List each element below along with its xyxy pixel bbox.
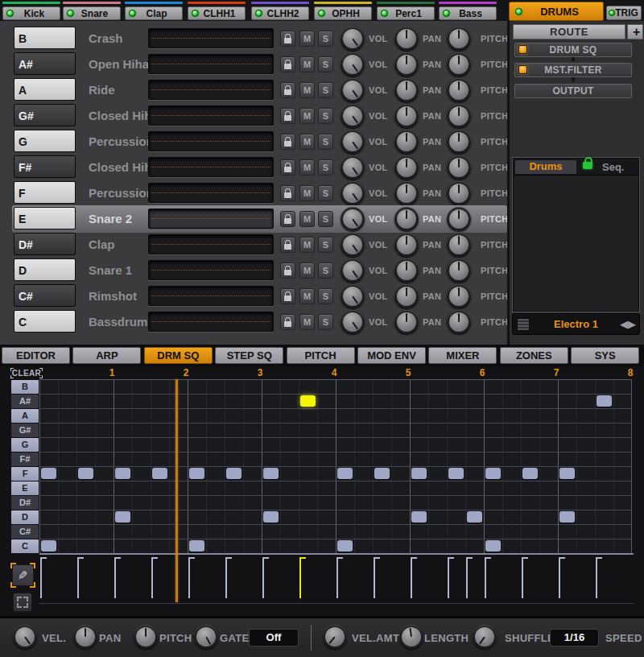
- pad-key-e[interactable]: E: [14, 207, 76, 229]
- pad-solo-button[interactable]: S: [318, 82, 333, 98]
- pad-pitch-knob[interactable]: [447, 130, 471, 154]
- pad-lock-button[interactable]: [280, 108, 295, 124]
- velocity-stem[interactable]: [448, 557, 449, 598]
- pad-pan-knob[interactable]: [394, 78, 419, 102]
- seq-note[interactable]: [189, 540, 204, 552]
- tab-button[interactable]: Snare: [63, 6, 121, 20]
- pad-vol-knob[interactable]: [341, 104, 365, 128]
- pad-key-as[interactable]: A#: [14, 52, 76, 75]
- pad-vol-knob[interactable]: [341, 78, 365, 102]
- bar-velamt-knob[interactable]: [323, 625, 347, 649]
- sample-waveform-display[interactable]: [148, 234, 274, 254]
- pad-mute-button[interactable]: M: [299, 185, 315, 201]
- pad-vol-knob[interactable]: [341, 233, 365, 257]
- tab-button[interactable]: CLHH1: [188, 6, 246, 20]
- tab-button[interactable]: Perc1: [377, 6, 435, 20]
- pad-key-c[interactable]: C: [14, 310, 76, 333]
- pad-pitch-knob[interactable]: [447, 310, 471, 334]
- seq-note[interactable]: [115, 511, 130, 523]
- bar-pan-knob[interactable]: [73, 625, 97, 649]
- pad-solo-button[interactable]: S: [318, 314, 333, 330]
- seq-note[interactable]: [522, 468, 538, 479]
- select-tool-button[interactable]: [13, 593, 32, 612]
- velocity-stem[interactable]: [559, 557, 560, 598]
- tab-perc1[interactable]: Perc1: [377, 2, 435, 21]
- pad-mute-button[interactable]: M: [299, 314, 315, 330]
- mode-tab-pitch[interactable]: PITCH: [287, 347, 355, 364]
- pad-key-a[interactable]: A: [14, 78, 76, 101]
- sample-waveform-display[interactable]: [148, 54, 274, 74]
- route-item-mstfilter[interactable]: MST.FILTER: [514, 63, 632, 77]
- seq-row-label-cs[interactable]: C#: [11, 525, 39, 539]
- pad-key-ds[interactable]: D#: [14, 233, 76, 255]
- velocity-stem[interactable]: [114, 557, 116, 598]
- pad-solo-button[interactable]: S: [318, 56, 333, 72]
- pad-mute-button[interactable]: M: [299, 159, 315, 176]
- velocity-stem[interactable]: [411, 557, 412, 598]
- pad-pitch-knob[interactable]: [447, 52, 471, 76]
- pad-lock-button[interactable]: [280, 288, 295, 304]
- tab-button[interactable]: Clap: [125, 6, 183, 20]
- bar-length-knob[interactable]: [399, 625, 423, 649]
- seq-row-label-c[interactable]: C: [11, 539, 39, 553]
- tab-clhh2[interactable]: CLHH2: [251, 2, 309, 21]
- seq-note[interactable]: [78, 468, 93, 479]
- pad-pitch-knob[interactable]: [447, 155, 471, 180]
- seq-note[interactable]: [115, 468, 130, 479]
- pad-solo-button[interactable]: S: [318, 108, 333, 124]
- step-grid[interactable]: [39, 379, 632, 553]
- velocity-stem[interactable]: [466, 557, 468, 598]
- pad-lock-button[interactable]: [280, 185, 295, 201]
- sample-waveform-display[interactable]: [148, 183, 274, 203]
- route-item-drumsq[interactable]: DRUM SQ: [514, 43, 632, 57]
- pad-pan-knob[interactable]: [394, 130, 419, 154]
- sample-waveform-display[interactable]: [148, 131, 274, 151]
- mode-tab-drmsq[interactable]: DRM SQ: [144, 347, 213, 364]
- mode-tab-mixer[interactable]: MIXER: [428, 347, 497, 364]
- pad-pan-knob[interactable]: [394, 310, 419, 334]
- pad-pitch-knob[interactable]: [447, 284, 471, 308]
- clear-button[interactable]: CLEAR: [10, 368, 43, 378]
- tab-button[interactable]: Kick: [2, 6, 60, 20]
- route-item-output[interactable]: OUTPUT: [514, 84, 632, 98]
- pad-pan-knob[interactable]: [394, 27, 419, 51]
- seq-row-label-gs[interactable]: G#: [11, 424, 39, 437]
- seq-note[interactable]: [300, 395, 316, 407]
- seq-row-label-g[interactable]: G: [11, 438, 39, 452]
- pad-solo-button[interactable]: S: [318, 185, 333, 201]
- pad-pan-knob[interactable]: [394, 155, 419, 180]
- tab-button[interactable]: CLHH2: [251, 6, 309, 20]
- seq-note[interactable]: [597, 395, 612, 407]
- pad-pitch-knob[interactable]: [447, 104, 471, 128]
- pad-lock-button[interactable]: [280, 82, 295, 98]
- pad-pan-knob[interactable]: [394, 52, 419, 76]
- pad-lock-button[interactable]: [280, 314, 295, 330]
- pad-pan-knob[interactable]: [394, 284, 419, 308]
- pad-lock-button[interactable]: [280, 159, 295, 176]
- pad-lock-button[interactable]: [280, 31, 295, 47]
- seq-note[interactable]: [263, 468, 279, 479]
- pad-pan-knob[interactable]: [394, 181, 419, 205]
- velocity-stem[interactable]: [151, 557, 153, 598]
- bar-pitch-knob[interactable]: [134, 625, 158, 649]
- pad-pitch-knob[interactable]: [447, 27, 471, 51]
- velocity-stem[interactable]: [77, 557, 79, 598]
- pad-pan-knob[interactable]: [394, 207, 419, 231]
- tab-trig[interactable]: TRIG: [606, 6, 642, 20]
- velocity-stem[interactable]: [188, 557, 190, 598]
- preset-next-button[interactable]: ▶: [627, 318, 635, 330]
- seq-note[interactable]: [559, 511, 575, 523]
- pad-solo-button[interactable]: S: [318, 159, 333, 176]
- seq-note[interactable]: [485, 468, 501, 479]
- velocity-stem[interactable]: [40, 557, 42, 598]
- pad-vol-knob[interactable]: [341, 207, 365, 231]
- pad-lock-button[interactable]: [280, 262, 295, 279]
- pad-solo-button[interactable]: S: [318, 211, 333, 227]
- seq-note[interactable]: [337, 468, 353, 479]
- tab-button[interactable]: OPHH: [314, 6, 372, 20]
- bar-gate-knob[interactable]: [194, 625, 218, 649]
- seq-row-label-as[interactable]: A#: [11, 395, 39, 408]
- sample-waveform-display[interactable]: [148, 28, 274, 48]
- mode-tab-editor[interactable]: EDITOR: [2, 347, 70, 364]
- pad-pan-knob[interactable]: [394, 233, 419, 257]
